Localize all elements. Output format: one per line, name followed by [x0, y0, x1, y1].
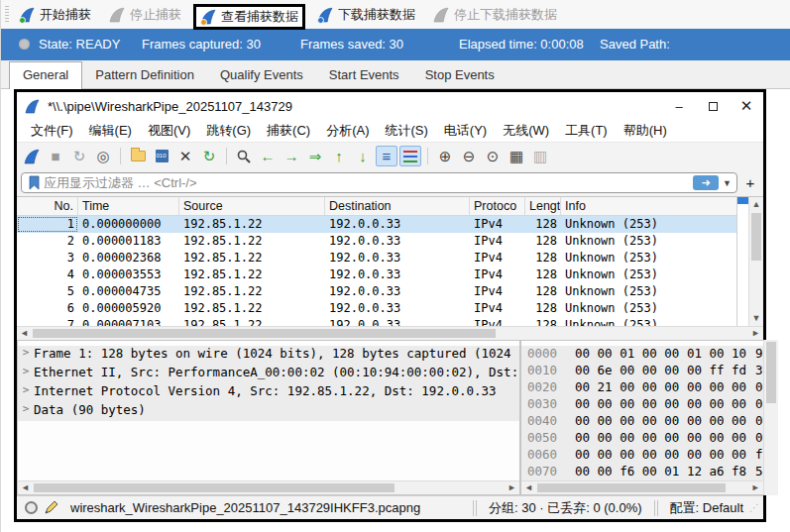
column-header-time[interactable]: Time	[78, 197, 179, 215]
filter-bookmark-icon[interactable]	[29, 175, 40, 190]
close-button[interactable]: ✕	[730, 94, 763, 118]
auto-scroll-icon[interactable]: ≡	[376, 146, 397, 166]
menu-0[interactable]: 文件(F)	[23, 120, 81, 142]
display-filter-input[interactable]: 应用显示过滤器 … <Ctrl-/> ➜ ▼	[21, 172, 737, 193]
expert-info-icon[interactable]	[25, 501, 38, 514]
tab-stop-events[interactable]: Stop Events	[412, 63, 508, 88]
intelligent-scrollbar-minimap[interactable]	[736, 197, 748, 326]
zoom-in-icon[interactable]: ⊕	[434, 146, 456, 166]
scroll-left-icon[interactable]: ◄	[521, 481, 536, 494]
detail-line[interactable]: >Ethernet II, Src: PerformanceA_00:00:02…	[18, 365, 519, 383]
zoom-original-icon[interactable]: ⊙	[482, 146, 504, 166]
scroll-right-icon[interactable]: ►	[505, 481, 519, 494]
stop-capture-icon[interactable]: ■	[45, 146, 66, 166]
packet-row[interactable]: 30.000002368192.85.1.22192.0.0.33IPv4128…	[17, 250, 736, 266]
resize-grip[interactable]: ⋰	[749, 502, 761, 513]
app-toolbar-button-1[interactable]: 开始捕获	[13, 4, 97, 26]
add-filter-button[interactable]: +	[741, 174, 759, 192]
packet-row[interactable]: 20.000001183192.85.1.22192.0.0.33IPv4128…	[17, 233, 736, 250]
hex-row[interactable]: 000000 00 01 00 00 01 00 109	[521, 346, 763, 363]
display-columns-icon[interactable]: ▥	[529, 146, 551, 166]
menu-8[interactable]: 无线(W)	[495, 120, 557, 142]
detail-line[interactable]: >Data (90 bytes)	[18, 402, 519, 421]
apply-filter-button[interactable]: ➜	[693, 175, 719, 190]
maximize-button[interactable]	[696, 94, 730, 118]
scroll-right-icon[interactable]: ►	[748, 481, 763, 494]
profile[interactable]: 配置: Default	[664, 499, 749, 517]
start-capture-icon[interactable]	[21, 146, 43, 166]
menu-1[interactable]: 编辑(E)	[81, 120, 140, 142]
detail-line[interactable]: >Frame 1: 128 bytes on wire (1024 bits),…	[18, 346, 519, 365]
colorize-icon[interactable]	[399, 146, 421, 166]
open-file-icon[interactable]	[127, 146, 149, 166]
scroll-left-icon[interactable]: ◄	[18, 481, 33, 494]
go-forward-icon[interactable]: →	[281, 146, 302, 166]
toolbar-grip[interactable]	[5, 6, 9, 24]
expand-arrow-icon[interactable]: >	[18, 365, 34, 383]
column-header-length[interactable]: Lengt	[525, 197, 561, 215]
scroll-down-icon[interactable]: ▼	[749, 311, 763, 326]
hex-row[interactable]: 005000 00 00 00 00 00 00 000	[521, 430, 763, 447]
expand-arrow-icon[interactable]: >	[18, 346, 34, 365]
filter-dropdown-icon[interactable]: ▼	[723, 178, 732, 188]
bytes-horizontal-scrollbar[interactable]: ◄ ►	[521, 480, 763, 494]
hex-row[interactable]: 004000 00 00 00 00 00 00 000	[521, 413, 763, 430]
column-header-destination[interactable]: Destination	[325, 197, 470, 215]
scroll-up-icon[interactable]: ▲	[749, 197, 763, 212]
reload-file-icon[interactable]: ↻	[198, 146, 220, 166]
detail-line[interactable]: >Internet Protocol Version 4, Src: 192.8…	[18, 383, 519, 402]
packet-row[interactable]: 50.000004735192.85.1.22192.0.0.33IPv4128…	[17, 283, 736, 300]
app-toolbar-button-3[interactable]: 查看捕获数据	[193, 4, 305, 30]
column-header-info[interactable]: Info	[561, 197, 736, 215]
menu-10[interactable]: 帮助(H)	[616, 120, 675, 142]
tab-pattern-definition[interactable]: Pattern Definition	[82, 63, 207, 88]
scrollbar-thumb[interactable]	[766, 342, 776, 403]
restart-capture-icon[interactable]: ↻	[68, 146, 90, 166]
hex-row[interactable]: 001000 6e 00 00 00 00 ff fd3	[521, 363, 763, 379]
tab-general[interactable]: General	[9, 61, 82, 89]
capture-options-icon[interactable]: ◎	[92, 146, 114, 166]
scrollbar-thumb[interactable]	[33, 329, 496, 338]
menu-9[interactable]: 工具(T)	[557, 120, 616, 142]
menu-3[interactable]: 跳转(G)	[198, 120, 259, 142]
packet-row[interactable]: 70.000007103192.85.1.22192.0.0.33IPv4128…	[17, 317, 736, 326]
scroll-left-icon[interactable]: ◄	[17, 327, 32, 340]
column-header-no[interactable]: No.	[17, 197, 78, 215]
minimize-button[interactable]: –	[662, 94, 696, 118]
column-header-source[interactable]: Source	[179, 197, 325, 215]
hex-row[interactable]: 007000 00 f6 00 01 12 a6 f85	[521, 464, 763, 480]
app-toolbar-button-2[interactable]: 停止捕获	[103, 4, 187, 26]
capture-comment-icon[interactable]	[44, 500, 58, 515]
save-file-icon[interactable]	[151, 146, 172, 166]
resize-columns-icon[interactable]: ▦	[506, 146, 527, 166]
close-file-icon[interactable]: ✕	[174, 146, 196, 166]
tab-qualify-events[interactable]: Qualify Events	[207, 63, 316, 88]
zoom-out-icon[interactable]: ⊖	[458, 146, 480, 166]
wireshark-titlebar[interactable]: *\\.\pipe\WiresharkPipe_20251107_143729 …	[17, 92, 763, 120]
packet-list-vertical-scrollbar[interactable]: ▲ ▼	[748, 197, 763, 326]
hex-row[interactable]: 003000 00 00 00 00 00 00 000	[521, 396, 763, 413]
menu-4[interactable]: 捕获(C)	[259, 120, 318, 142]
capture-filename[interactable]: wireshark_WiresharkPipe_20251107_143729I…	[70, 500, 420, 515]
hex-row[interactable]: 002000 21 00 00 00 00 00 000	[521, 379, 763, 396]
packet-row[interactable]: 60.000005920192.85.1.22192.0.0.33IPv4128…	[17, 300, 736, 317]
expand-arrow-icon[interactable]: >	[18, 402, 34, 421]
tab-start-events[interactable]: Start Events	[316, 63, 412, 88]
column-header-protocol[interactable]: Protoco	[470, 197, 525, 215]
app-toolbar-button-5[interactable]: 停止下载捕获数据	[427, 4, 563, 26]
app-toolbar-button-4[interactable]: 下载捕获数据	[311, 4, 421, 26]
details-horizontal-scrollbar[interactable]: ◄ ►	[18, 480, 519, 494]
go-last-icon[interactable]: ↓	[352, 146, 374, 166]
go-to-packet-icon[interactable]: ⇒	[304, 146, 326, 166]
menu-2[interactable]: 视图(V)	[140, 120, 198, 142]
scroll-right-icon[interactable]: ►	[748, 327, 763, 340]
expand-arrow-icon[interactable]: >	[18, 383, 34, 402]
packet-list-horizontal-scrollbar[interactable]: ◄ ►	[17, 326, 763, 340]
packet-row[interactable]: 40.000003553192.85.1.22192.0.0.33IPv4128…	[17, 266, 736, 283]
menu-5[interactable]: 分析(A)	[318, 120, 377, 142]
hex-row[interactable]: 006000 00 00 00 00 00 00 00f	[521, 447, 763, 464]
menu-7[interactable]: 电话(Y)	[436, 120, 495, 142]
bytes-vertical-scrollbar[interactable]	[763, 340, 778, 495]
packet-row[interactable]: 10.000000000192.85.1.22192.0.0.33IPv4128…	[17, 216, 736, 233]
find-packet-icon[interactable]	[233, 146, 255, 166]
